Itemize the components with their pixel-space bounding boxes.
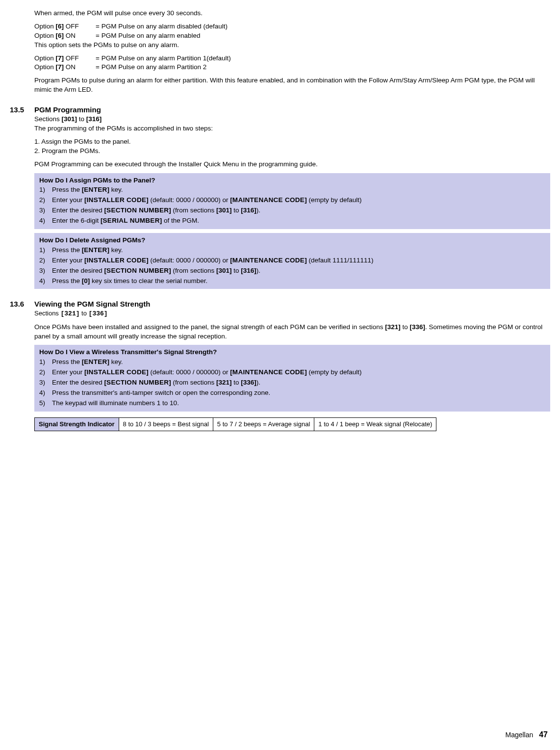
table-cell: 8 to 10 / 3 beeps = Best signal [119, 417, 213, 431]
box-delete-pgms: How Do I Delete Assigned PGMs? 1)Press t… [34, 233, 550, 289]
page-footer: Magellan 47 [505, 729, 548, 740]
table-cell: 1 to 4 / 1 beep = Weak signal (Relocate) [314, 417, 436, 431]
list-item: 2)Enter your [INSTALLER CODE] (default: … [39, 256, 545, 266]
delete-list: 1)Press the [ENTER] key. 2)Enter your [I… [39, 245, 545, 286]
list-item: 5)The keypad will illuminate numbers 1 t… [39, 398, 545, 409]
quick-menu-note: PGM Programming can be executed through … [34, 160, 550, 169]
section-range: Sections [301] to [316] [34, 115, 213, 124]
steps: 1. Assign the PGMs to the panel. 2. Prog… [34, 137, 550, 156]
list-item: 4)Enter the 6-digit [SERIAL NUMBER] of t… [39, 216, 545, 226]
list-item: 2)Enter your [INSTALLER CODE] (default: … [39, 367, 545, 378]
section-13-5-header: 13.5 PGM Programming Sections [301] to [… [10, 104, 550, 133]
list-item: 4)Press the transmitter's anti-tamper sw… [39, 388, 545, 398]
option-7-block: Option [7] OFF = PGM Pulse on any alarm … [34, 54, 550, 73]
list-item: 2)Enter your [INSTALLER CODE] (default: … [39, 195, 545, 206]
list-item: 3)Enter the desired [SECTION NUMBER] (fr… [39, 206, 545, 216]
list-item: 4)Press the [0] key six times to clear t… [39, 276, 545, 286]
section-range: Sections [321] to [336] [34, 309, 150, 318]
list-item: 3)Enter the desired [SECTION NUMBER] (fr… [39, 378, 545, 388]
list-item: 1)Press the [ENTER] key. [39, 357, 545, 367]
partition-para: Program PGMs to pulse during an alarm fo… [34, 76, 550, 95]
section-title: PGM Programming [34, 104, 213, 115]
view-list: 1)Press the [ENTER] key. 2)Enter your [I… [39, 357, 545, 408]
box-assign-pgms: How Do I Assign PGMs to the Panel? 1)Pre… [34, 173, 550, 229]
page-number: 47 [539, 730, 548, 739]
list-item: 3)Enter the desired [SECTION NUMBER] (fr… [39, 266, 545, 276]
list-item: 1)Press the [ENTER] key. [39, 185, 545, 195]
option-6-block: Option [6] OFF = PGM Pulse on any alarm … [34, 22, 550, 50]
section-13-6-header: 13.6 Viewing the PGM Signal Strength Sec… [10, 299, 550, 318]
section-title: Viewing the PGM Signal Strength [34, 299, 150, 309]
signal-para: Once PGMs have been installed and assign… [34, 323, 550, 341]
box-view-signal: How Do I View a Wireless Transmitter's S… [34, 345, 550, 411]
table-cell: 5 to 7 / 2 beeps = Average signal [213, 417, 314, 431]
list-item: 1)Press the [ENTER] key. [39, 245, 545, 256]
assign-list: 1)Press the [ENTER] key. 2)Enter your [I… [39, 185, 545, 226]
pulse-note: When armed, the PGM will pulse once ever… [34, 9, 550, 18]
table-header: Signal Strength Indicator [35, 417, 119, 431]
signal-strength-table: Signal Strength Indicator 8 to 10 / 3 be… [34, 417, 436, 431]
